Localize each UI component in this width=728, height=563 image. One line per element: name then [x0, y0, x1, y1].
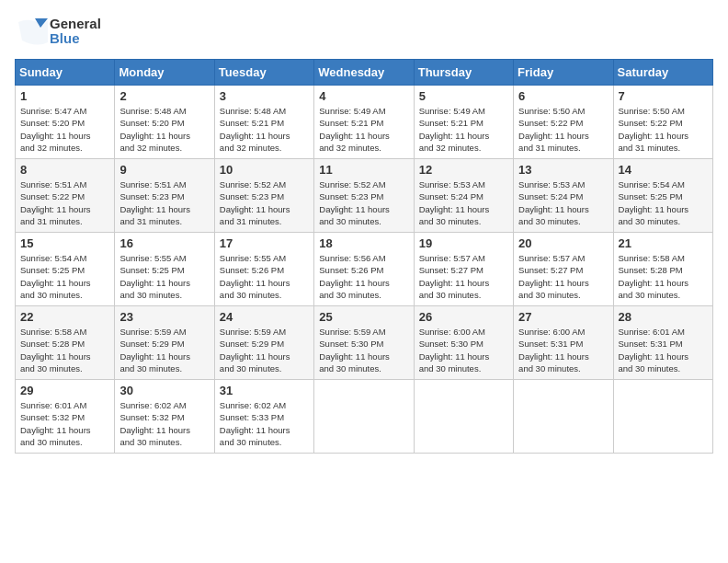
- day-info: Sunrise: 6:00 AM Sunset: 5:31 PM Dayligh…: [518, 326, 608, 374]
- day-info: Sunrise: 6:02 AM Sunset: 5:33 PM Dayligh…: [220, 399, 309, 448]
- day-number: 5: [419, 89, 508, 103]
- day-number: 25: [319, 310, 408, 324]
- day-info: Sunrise: 5:59 AM Sunset: 5:29 PM Dayligh…: [220, 326, 309, 374]
- day-info: Sunrise: 5:56 AM Sunset: 5:26 PM Dayligh…: [319, 252, 408, 301]
- header-tuesday: Tuesday: [214, 60, 313, 86]
- day-number: 14: [619, 163, 708, 177]
- calendar-cell: 2 Sunrise: 5:48 AM Sunset: 5:20 PM Dayli…: [115, 86, 214, 159]
- day-info: Sunrise: 5:50 AM Sunset: 5:22 PM Dayligh…: [518, 105, 608, 154]
- calendar-cell: 10 Sunrise: 5:52 AM Sunset: 5:23 PM Dayl…: [214, 159, 313, 233]
- day-info: Sunrise: 5:57 AM Sunset: 5:27 PM Dayligh…: [419, 252, 508, 301]
- day-info: Sunrise: 5:54 AM Sunset: 5:25 PM Dayligh…: [619, 178, 708, 227]
- day-number: 27: [518, 310, 608, 324]
- header-wednesday: Wednesday: [314, 60, 414, 86]
- calendar-cell: 4 Sunrise: 5:49 AM Sunset: 5:21 PM Dayli…: [314, 86, 414, 159]
- calendar-cell: 27 Sunrise: 6:00 AM Sunset: 5:31 PM Dayl…: [514, 306, 613, 380]
- day-number: 20: [518, 236, 608, 250]
- calendar-cell: 11 Sunrise: 5:52 AM Sunset: 5:23 PM Dayl…: [314, 159, 414, 233]
- calendar-header-row: SundayMondayTuesdayWednesdayThursdayFrid…: [16, 60, 713, 86]
- calendar-cell: [314, 380, 414, 454]
- day-number: 1: [20, 89, 109, 103]
- day-number: 24: [220, 310, 309, 324]
- calendar-cell: 7 Sunrise: 5:50 AM Sunset: 5:22 PM Dayli…: [613, 86, 712, 159]
- header-friday: Friday: [514, 60, 613, 86]
- calendar-cell: 22 Sunrise: 5:58 AM Sunset: 5:28 PM Dayl…: [16, 306, 115, 380]
- calendar-cell: 23 Sunrise: 5:59 AM Sunset: 5:29 PM Dayl…: [115, 306, 214, 380]
- header-sunday: Sunday: [16, 60, 115, 86]
- calendar-cell: 25 Sunrise: 5:59 AM Sunset: 5:30 PM Dayl…: [314, 306, 414, 380]
- logo-blue: Blue: [50, 31, 101, 47]
- day-number: 6: [518, 89, 608, 103]
- day-info: Sunrise: 5:59 AM Sunset: 5:30 PM Dayligh…: [319, 326, 408, 374]
- day-info: Sunrise: 5:48 AM Sunset: 5:20 PM Dayligh…: [119, 105, 209, 154]
- calendar-cell: [414, 380, 513, 454]
- day-info: Sunrise: 5:47 AM Sunset: 5:20 PM Dayligh…: [20, 105, 109, 154]
- day-number: 2: [119, 89, 209, 103]
- day-number: 23: [119, 310, 209, 324]
- day-info: Sunrise: 6:02 AM Sunset: 5:32 PM Dayligh…: [119, 399, 209, 448]
- day-info: Sunrise: 5:52 AM Sunset: 5:23 PM Dayligh…: [220, 178, 309, 227]
- header-saturday: Saturday: [613, 60, 712, 86]
- logo-container: General Blue: [15, 15, 101, 48]
- calendar-cell: [613, 380, 712, 454]
- day-number: 10: [220, 163, 309, 177]
- day-info: Sunrise: 5:55 AM Sunset: 5:26 PM Dayligh…: [220, 252, 309, 301]
- calendar-week-row: 22 Sunrise: 5:58 AM Sunset: 5:28 PM Dayl…: [16, 306, 713, 380]
- day-number: 30: [119, 384, 209, 397]
- calendar-cell: [514, 380, 613, 454]
- calendar-cell: 31 Sunrise: 6:02 AM Sunset: 5:33 PM Dayl…: [214, 380, 313, 454]
- day-number: 9: [119, 163, 209, 177]
- day-info: Sunrise: 6:01 AM Sunset: 5:32 PM Dayligh…: [20, 399, 109, 448]
- calendar-cell: 3 Sunrise: 5:48 AM Sunset: 5:21 PM Dayli…: [214, 86, 313, 159]
- day-info: Sunrise: 5:49 AM Sunset: 5:21 PM Dayligh…: [319, 105, 408, 154]
- day-number: 8: [20, 163, 109, 177]
- calendar-cell: 30 Sunrise: 6:02 AM Sunset: 5:32 PM Dayl…: [115, 380, 214, 454]
- calendar-cell: 1 Sunrise: 5:47 AM Sunset: 5:20 PM Dayli…: [16, 86, 115, 159]
- calendar-cell: 5 Sunrise: 5:49 AM Sunset: 5:21 PM Dayli…: [414, 86, 513, 159]
- calendar-cell: 17 Sunrise: 5:55 AM Sunset: 5:26 PM Dayl…: [214, 233, 313, 306]
- day-number: 18: [319, 236, 408, 250]
- calendar-cell: 24 Sunrise: 5:59 AM Sunset: 5:29 PM Dayl…: [214, 306, 313, 380]
- header-monday: Monday: [115, 60, 214, 86]
- day-number: 19: [419, 236, 508, 250]
- calendar-cell: 14 Sunrise: 5:54 AM Sunset: 5:25 PM Dayl…: [613, 159, 712, 233]
- calendar-week-row: 8 Sunrise: 5:51 AM Sunset: 5:22 PM Dayli…: [16, 159, 713, 233]
- calendar-cell: 19 Sunrise: 5:57 AM Sunset: 5:27 PM Dayl…: [414, 233, 513, 306]
- calendar-cell: 28 Sunrise: 6:01 AM Sunset: 5:31 PM Dayl…: [613, 306, 712, 380]
- calendar-cell: 9 Sunrise: 5:51 AM Sunset: 5:23 PM Dayli…: [115, 159, 214, 233]
- day-info: Sunrise: 5:55 AM Sunset: 5:25 PM Dayligh…: [119, 252, 209, 301]
- day-number: 15: [20, 236, 109, 250]
- day-number: 11: [319, 163, 408, 177]
- day-number: 31: [220, 384, 309, 397]
- day-number: 7: [619, 89, 708, 103]
- day-number: 21: [619, 236, 708, 250]
- calendar-cell: 18 Sunrise: 5:56 AM Sunset: 5:26 PM Dayl…: [314, 233, 414, 306]
- day-number: 13: [518, 163, 608, 177]
- calendar-cell: 20 Sunrise: 5:57 AM Sunset: 5:27 PM Dayl…: [514, 233, 613, 306]
- page-header: General Blue: [15, 15, 713, 48]
- header-thursday: Thursday: [414, 60, 513, 86]
- day-number: 29: [20, 384, 109, 397]
- day-info: Sunrise: 5:53 AM Sunset: 5:24 PM Dayligh…: [518, 178, 608, 227]
- day-info: Sunrise: 5:57 AM Sunset: 5:27 PM Dayligh…: [518, 252, 608, 301]
- logo-icon: [15, 15, 48, 48]
- calendar-week-row: 1 Sunrise: 5:47 AM Sunset: 5:20 PM Dayli…: [16, 86, 713, 159]
- day-number: 22: [20, 310, 109, 324]
- calendar-table: SundayMondayTuesdayWednesdayThursdayFrid…: [15, 59, 713, 454]
- day-info: Sunrise: 5:58 AM Sunset: 5:28 PM Dayligh…: [20, 326, 109, 374]
- logo: General Blue: [15, 15, 101, 48]
- day-number: 28: [619, 310, 708, 324]
- calendar-cell: 6 Sunrise: 5:50 AM Sunset: 5:22 PM Dayli…: [514, 86, 613, 159]
- day-info: Sunrise: 5:58 AM Sunset: 5:28 PM Dayligh…: [619, 252, 708, 301]
- day-info: Sunrise: 5:51 AM Sunset: 5:22 PM Dayligh…: [20, 178, 109, 227]
- calendar-cell: 12 Sunrise: 5:53 AM Sunset: 5:24 PM Dayl…: [414, 159, 513, 233]
- calendar-cell: 16 Sunrise: 5:55 AM Sunset: 5:25 PM Dayl…: [115, 233, 214, 306]
- logo-general: General: [50, 17, 101, 32]
- calendar-cell: 21 Sunrise: 5:58 AM Sunset: 5:28 PM Dayl…: [613, 233, 712, 306]
- day-info: Sunrise: 5:50 AM Sunset: 5:22 PM Dayligh…: [619, 105, 708, 154]
- day-info: Sunrise: 6:00 AM Sunset: 5:30 PM Dayligh…: [419, 326, 508, 374]
- calendar-cell: 13 Sunrise: 5:53 AM Sunset: 5:24 PM Dayl…: [514, 159, 613, 233]
- day-info: Sunrise: 5:59 AM Sunset: 5:29 PM Dayligh…: [119, 326, 209, 374]
- day-info: Sunrise: 5:51 AM Sunset: 5:23 PM Dayligh…: [119, 178, 209, 227]
- calendar-cell: 26 Sunrise: 6:00 AM Sunset: 5:30 PM Dayl…: [414, 306, 513, 380]
